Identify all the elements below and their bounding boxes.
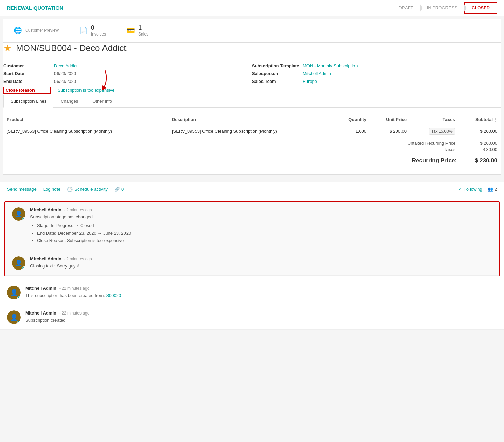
smart-btn-icon: 🌐 <box>14 26 22 34</box>
table-header: ProductDescriptionQuantityUnit PriceTaxe… <box>3 114 501 125</box>
log-note-button[interactable]: Log note <box>43 187 61 192</box>
subscription-lines-tab-content: ProductDescriptionQuantityUnit PriceTaxe… <box>3 108 501 174</box>
recurring-value: $ 230.00 <box>470 157 497 164</box>
description-cell: [SERV_89553] Office Cleaning Subscriptio… <box>168 125 334 137</box>
table-header-cell: Taxes <box>410 114 458 125</box>
message-text: Closing text : Sorry guys! <box>30 263 492 270</box>
message-body: Mitchell Admin - 2 minutes ago Subscript… <box>30 207 492 245</box>
send-message-button[interactable]: Send message <box>7 187 37 192</box>
message-time: - 2 minutes ago <box>64 208 92 212</box>
highlighted-messages-group: 👤 Mitchell Admin - 2 minutes ago Subscri… <box>4 201 500 276</box>
message-text: Subscription stage has changed Stage: In… <box>30 214 492 244</box>
message-list: 👤 Mitchell Admin - 2 minutes ago Subscri… <box>0 201 504 330</box>
message-author: Mitchell Admin <box>25 286 56 291</box>
table-header-cell: Subtotal ⋮ <box>458 114 501 125</box>
avatar: 👤 <box>7 310 21 324</box>
close-reason-row: Close Reason Subscription is too expensi… <box>3 85 252 95</box>
people-icon: 👥 <box>488 187 493 192</box>
field-label: Salesperson <box>252 71 299 76</box>
message-time: - 22 minutes ago <box>59 311 89 316</box>
attachment-button[interactable]: 🔗 0 <box>114 187 124 192</box>
message-item: 👤 Mitchell Admin - 22 minutes ago This s… <box>0 280 504 305</box>
message-item: 👤 Mitchell Admin - 22 minutes ago Subscr… <box>0 305 504 330</box>
chatter-section: Send message Log note 🕐 Schedule activit… <box>0 182 504 330</box>
clock-icon: 🕐 <box>67 187 73 192</box>
field-value: 06/23/2020 <box>54 79 76 84</box>
field-row: Sales Team Europe <box>252 77 501 85</box>
untaxed-label: Untaxed Recurring Price: <box>389 141 457 146</box>
status-step-draft[interactable]: DRAFT <box>392 3 420 13</box>
smart-buttons-row: 🌐 Customer Preview 📄 0 Invoices 💳 1 Sale… <box>3 19 501 42</box>
table-menu-icon[interactable]: ⋮ <box>493 117 497 122</box>
tab-subscription-lines[interactable]: Subscription Lines <box>3 95 53 108</box>
field-value[interactable]: Mitchell Admin <box>303 71 331 76</box>
star-icon[interactable]: ★ <box>3 43 12 54</box>
follower-count[interactable]: 👥 2 <box>488 187 497 192</box>
subscription-table: ProductDescriptionQuantityUnit PriceTaxe… <box>3 114 501 137</box>
field-value[interactable]: Europe <box>303 79 317 84</box>
following-button[interactable]: ✓ Following <box>458 187 482 192</box>
taxes-cell: Tax 15.00% <box>410 125 458 137</box>
field-row: End Date 06/23/2020 <box>3 77 252 85</box>
untaxed-row: Untaxed Recurring Price: $ 200.00 <box>389 141 497 146</box>
message-author: Mitchell Admin <box>25 310 56 316</box>
message-body: Mitchell Admin - 2 minutes ago Closing t… <box>30 256 492 270</box>
invoices-button[interactable]: 📄 0 Invoices <box>69 19 116 42</box>
message-text: This subscription has been created from:… <box>25 292 497 299</box>
taxes-label: Taxes: <box>389 147 457 152</box>
table-body: [SERV_89553] Office Cleaning Subscriptio… <box>3 125 501 137</box>
tab-other-info[interactable]: Other Info <box>85 95 119 108</box>
taxes-value: $ 30.00 <box>470 147 497 152</box>
message-item: 👤 Mitchell Admin - 2 minutes ago Subscri… <box>5 202 499 251</box>
status-steps: DRAFTIN PROGRESSCLOSED <box>392 2 497 14</box>
message-item: 👤 Mitchell Admin - 2 minutes ago Closing… <box>5 251 499 276</box>
tabs-bar: Subscription LinesChangesOther Info <box>3 95 501 108</box>
table-header-cell: Product <box>3 114 168 125</box>
sales-button[interactable]: 💳 1 Sales <box>116 19 159 42</box>
message-body: Mitchell Admin - 22 minutes ago This sub… <box>25 286 497 299</box>
table-row: [SERV_89553] Office Cleaning Subscriptio… <box>3 125 501 137</box>
field-value[interactable]: Deco Addict <box>54 63 77 68</box>
totals-section: Untaxed Recurring Price: $ 200.00 Taxes:… <box>3 137 501 167</box>
field-value[interactable]: MON - Monthly Subscription <box>303 63 358 68</box>
schedule-activity-button[interactable]: 🕐 Schedule activity <box>67 187 108 192</box>
record-title-row: ★ MON/SUB004 - Deco Addict <box>3 43 501 54</box>
recurring-row: Recurring Price: $ 230.00 <box>389 155 497 164</box>
online-dot <box>22 266 25 270</box>
chatter-toolbar: Send message Log note 🕐 Schedule activit… <box>0 182 504 197</box>
online-dot <box>17 321 20 324</box>
field-label: Start Date <box>3 71 51 76</box>
customer-preview-button[interactable]: 🌐 Customer Preview <box>3 19 69 42</box>
message-link[interactable]: S00020 <box>106 293 121 298</box>
chatter-right: ✓ Following 👥 2 <box>458 187 497 192</box>
online-dot <box>22 217 25 220</box>
field-value: 06/23/2020 <box>54 71 76 76</box>
field-row: Customer Deco Addict <box>3 62 252 70</box>
tab-changes[interactable]: Changes <box>53 95 85 108</box>
message-text: Subscription created <box>25 317 497 324</box>
field-row: Salesperson Mitchell Admin <box>252 70 501 77</box>
status-step-closed[interactable]: CLOSED <box>464 2 497 14</box>
unit-price-cell: $ 200.00 <box>370 125 410 137</box>
table-header-cell: Description <box>168 114 334 125</box>
message-time: - 22 minutes ago <box>59 286 89 291</box>
avatar: 👤 <box>7 286 21 299</box>
message-author: Mitchell Admin <box>30 207 61 212</box>
close-reason-label: Close Reason <box>3 87 51 94</box>
smart-btn-icon: 💳 <box>127 26 135 34</box>
right-fields: Subscription Template MON - Monthly Subs… <box>252 62 501 95</box>
status-step-in-progress[interactable]: IN PROGRESS <box>420 3 464 13</box>
field-row: Start Date 06/23/2020 <box>3 70 252 77</box>
taxes-row: Taxes: $ 30.00 <box>389 147 497 152</box>
subtotal-cell: $ 200.00 <box>458 125 501 137</box>
product-cell: [SERV_89553] Office Cleaning Subscriptio… <box>3 125 168 137</box>
avatar: 👤 <box>12 207 25 221</box>
close-reason-value[interactable]: Subscription is too expensive <box>58 88 114 93</box>
message-body: Mitchell Admin - 22 minutes ago Subscrip… <box>25 310 497 324</box>
untaxed-value: $ 200.00 <box>470 141 497 146</box>
table-header-cell: Quantity <box>334 114 370 125</box>
table-header-cell: Unit Price <box>370 114 410 125</box>
page-title: RENEWAL QUOTATION <box>7 5 63 11</box>
online-dot <box>17 296 20 299</box>
recurring-label: Recurring Price: <box>389 157 457 164</box>
